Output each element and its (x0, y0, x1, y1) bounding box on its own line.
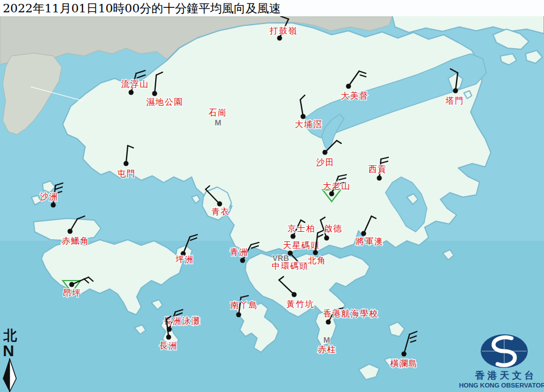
station-label: 天星碼頭 (283, 240, 320, 250)
station-shek-kong: 石崗 (208, 108, 227, 118)
station-label: 屯門 (118, 169, 136, 179)
station-dot-icon (329, 192, 334, 197)
station-dot-icon (69, 282, 75, 287)
station-dot-icon (402, 352, 407, 357)
wind-map: 打鼓嶺流浮山濕地公園石崗屯門沙洲大埔滘大美督塔門沙田西貢大老山青衣赤鱲角坪洲青洲… (0, 0, 544, 392)
station-dot-icon (453, 88, 458, 94)
station-label: 青洲 (230, 247, 249, 257)
station-dot-icon (324, 236, 329, 241)
station-dot-icon (313, 250, 318, 255)
station-dot-icon (51, 203, 56, 208)
station-dot-icon (361, 231, 366, 236)
compass-north-letter: N (3, 342, 14, 360)
station-label: 濕地公園 (146, 97, 183, 107)
station-label: 西貢 (369, 164, 387, 174)
title-bar: 2022年11月01日10時00分的十分鐘平均風向及風速 (0, 0, 544, 16)
map-title: 2022年11月01日10時00分的十分鐘平均風向及風速 (3, 2, 281, 15)
station-label: 香港航海學校 (323, 309, 379, 319)
station-label: 塔門 (445, 96, 464, 106)
compass-north-chinese: 北 (3, 327, 17, 343)
station-label: 京士柏 (287, 223, 315, 234)
station-label: 沙洲 (40, 192, 59, 202)
hko-logo-english: HONG KONG OBSERVATORY (459, 382, 544, 389)
station-label: 黃竹坑 (286, 299, 314, 309)
station-dot-icon (152, 91, 157, 96)
station-dot-icon (292, 292, 297, 297)
station-label: 大老山 (323, 181, 351, 191)
station-label: 打鼓嶺 (269, 26, 297, 36)
station-stanley: 赤柱 (318, 344, 337, 354)
station-dot-icon (277, 36, 282, 41)
station-label: 大埔滘 (295, 119, 323, 129)
station-dot-icon (323, 150, 328, 155)
station-dot-icon (240, 258, 245, 263)
station-label: 昂坪 (63, 288, 82, 298)
station-label: 石崗 (208, 108, 227, 118)
station-dot-icon (217, 202, 222, 207)
station-label: 啟德 (324, 223, 343, 234)
station-label: 大美督 (341, 91, 369, 101)
station-dot-icon (291, 234, 296, 239)
station-label: 流浮山 (121, 79, 149, 89)
station-dot-icon (166, 335, 171, 340)
marker-m-stanley: M (323, 335, 330, 344)
station-label: 長洲 (160, 340, 178, 351)
station-label: 赤柱 (318, 344, 337, 354)
marker-vrb-central-pier: VRB (272, 254, 289, 263)
station-label: 赤鱲角 (62, 236, 90, 246)
station-label: 將軍澳 (356, 236, 384, 246)
station-dot-icon (124, 161, 129, 166)
station-dot-icon (68, 229, 73, 234)
hko-logo-chinese: 香港天文台 (475, 370, 537, 381)
map-canvas: 打鼓嶺流浮山濕地公園石崗屯門沙洲大埔滘大美督塔門沙田西貢大老山青衣赤鱲角坪洲青洲… (0, 0, 544, 392)
station-label: 坪洲 (175, 254, 194, 264)
station-label: 沙田 (317, 157, 335, 167)
station-dot-icon (377, 176, 382, 181)
station-dot-icon (129, 90, 134, 95)
station-dot-icon (236, 312, 241, 318)
station-label: 南丫島 (230, 300, 258, 310)
station-label: 北角 (308, 255, 327, 265)
marker-m-shek-kong: M (215, 118, 221, 127)
station-dot-icon (346, 84, 351, 89)
station-dot-icon (326, 320, 331, 325)
station-dot-icon (301, 114, 306, 119)
station-label: 橫瀾島 (390, 358, 418, 368)
station-label: 青衣 (212, 207, 230, 217)
